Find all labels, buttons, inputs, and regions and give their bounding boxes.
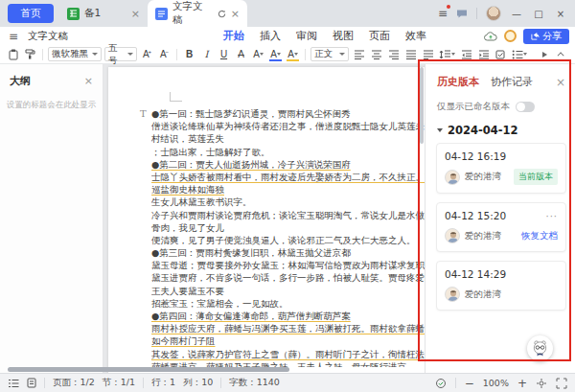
document-line[interactable]: 士隐丫头娇杏被雨村看中，雨村发迹后先娶娇杏为二房，不久扶正。雨村因贪酷被革职， <box>151 171 425 183</box>
sync-refresh-icon[interactable] <box>218 10 226 18</box>
status-column[interactable]: 列：10 <box>183 377 213 389</box>
font-color-button[interactable]: A <box>268 47 283 61</box>
document-line[interactable]: 骨肉，我见了女儿 <box>151 221 425 234</box>
document-line[interactable]: 黛玉进贾府，不肯多说一句话，多行一步路，怕被人耻笑。贾母疼爱林黛玉；邢夫人、 <box>151 271 425 284</box>
italic-button[interactable]: I <box>199 47 214 61</box>
date-group-header[interactable]: 2024-04-12 <box>426 113 575 143</box>
menu-review[interactable]: 审阅 <box>295 27 318 45</box>
strikethrough-button[interactable]: A <box>234 47 248 61</box>
close-window-button[interactable]: × <box>554 9 567 19</box>
document-area[interactable]: T ●第一回：甄士隐梦幻识通灵，贾雨村风尘怀闺秀 僧道谈论绛珠仙草为神瑛侍者还泪… <box>104 64 425 373</box>
font-name-dropdown[interactable]: 微软雅黑 <box>48 47 102 61</box>
status-word-count[interactable]: 字数：1140 <box>229 377 280 389</box>
underline-button[interactable]: U <box>217 47 231 61</box>
line-spacing-button[interactable] <box>438 47 456 61</box>
minimize-button[interactable]: — <box>510 9 523 19</box>
eye-protection-icon[interactable] <box>435 378 447 389</box>
decrease-font-button[interactable]: A− <box>157 47 172 61</box>
close-icon[interactable]: × <box>556 76 565 89</box>
paragraph-style-dropdown[interactable]: 正文 <box>310 47 349 61</box>
more-menu-icon[interactable]: ··· <box>545 211 558 221</box>
main-menu-icon[interactable]: ≡ <box>9 30 18 43</box>
text-effects-button[interactable]: A <box>251 47 265 61</box>
document-line[interactable]: 生女儿林黛玉教书识字。 <box>151 196 425 208</box>
bold-button[interactable]: B <box>182 47 196 61</box>
menu-home[interactable]: 开始 <box>222 27 245 45</box>
vertical-scrollbar[interactable] <box>420 67 424 144</box>
zoom-level[interactable]: 100% <box>483 378 509 388</box>
menu-efficiency[interactable]: 效率 <box>404 27 427 45</box>
user-avatar[interactable] <box>486 6 501 21</box>
version-card[interactable]: 04-12 15:20 ··· 爱的港湾 恢复文档 <box>436 202 566 252</box>
document-line[interactable]: 王夫人要黛玉不要 <box>151 285 425 297</box>
document-line[interactable]: 招惹宝玉；宝黛相会，一见如故。 <box>151 297 425 310</box>
indent-increase-button[interactable] <box>476 47 491 61</box>
paste-button[interactable] <box>6 47 20 61</box>
checklist-button[interactable] <box>494 47 508 61</box>
fit-page-icon[interactable] <box>536 378 547 389</box>
distribute-button[interactable] <box>421 47 435 61</box>
bullet-list-button[interactable] <box>511 47 528 61</box>
justify-button[interactable] <box>403 47 418 61</box>
document-line[interactable]: 冷子兴和贾雨村谈论贾府危机；谈论宝玉聪明淘气，常说女儿是水做的骨肉，男人是泥做的 <box>151 209 425 221</box>
version-card[interactable]: 04-12 16:19 爱的港湾 当前版本 <box>436 143 566 194</box>
version-card[interactable]: 04-12 14:29 爱的港湾 <box>436 261 566 311</box>
status-page[interactable]: 页面：1/2 <box>53 377 95 389</box>
font-size-value: 五号 <box>108 42 125 67</box>
restore-document-link[interactable]: 恢复文档 <box>521 230 558 242</box>
chat-bubble-icon[interactable] <box>456 9 468 19</box>
document-line[interactable]: 村结识，英莲丢失 <box>151 132 425 145</box>
align-right-button[interactable] <box>386 47 401 61</box>
document-line[interactable]: 如今雨村门子阻 <box>151 334 425 347</box>
document-page[interactable]: T ●第一回：甄士隐梦幻识通灵，贾雨村风尘怀闺秀 僧道谈论绛珠仙草为神瑛侍者还泪… <box>108 67 425 373</box>
document-line[interactable]: ●第三回：贾雨村夤缘复旧职，林黛玉抛父进京都 <box>151 246 425 259</box>
document-line[interactable]: ；士隐出家，士隐解好了歌。 <box>151 146 425 158</box>
tab-collaboration-log[interactable]: 协作记录 <box>491 75 533 89</box>
menu-insert[interactable]: 插入 <box>259 27 282 45</box>
increase-font-button[interactable]: A+ <box>140 47 154 61</box>
document-line[interactable]: ●第四回：薄命女偏逢薄命郎，葫芦僧判断葫芦案 <box>151 310 425 322</box>
membership-medal-icon[interactable] <box>504 30 517 42</box>
maximize-button[interactable]: □ <box>532 9 545 19</box>
status-section[interactable]: 节：1/1 <box>103 377 135 389</box>
zoom-out-button[interactable]: − <box>465 377 474 390</box>
indent-decrease-button[interactable] <box>459 47 473 61</box>
document-line[interactable]: 雨村补授应天府，薛蟠与冯渊争买玉莲，冯渊被打死。雨村欲拿薛蟠，当日葫芦庙小沙弥 <box>151 322 425 334</box>
sidebar-expand-button[interactable] <box>538 47 552 61</box>
named-versions-toggle[interactable] <box>516 102 535 112</box>
status-line[interactable]: 行：1 <box>151 377 175 389</box>
page-setup-icon[interactable] <box>27 378 36 388</box>
close-icon[interactable]: × <box>84 75 93 87</box>
close-icon[interactable]: × <box>131 9 140 19</box>
menu-view[interactable]: 视图 <box>332 27 355 45</box>
font-size-dropdown[interactable]: 五号 <box>104 47 137 61</box>
menu-page[interactable]: 页面 <box>368 27 391 45</box>
document-line[interactable]: ●第一回：甄士隐梦幻识通灵，贾雨村风尘怀闺秀 <box>151 107 425 120</box>
zoom-in-button[interactable]: + <box>518 377 527 390</box>
document-text[interactable]: ●第一回：甄士隐梦幻识通灵，贾雨村风尘怀闺秀 僧道谈论绛珠仙草为神瑛侍者还泪之事… <box>151 107 425 367</box>
fullscreen-icon[interactable] <box>556 378 567 389</box>
document-line[interactable]: ●第二回：贾夫人仙逝扬州城，冷子兴演说荣国府 <box>151 158 425 171</box>
tab-history-versions[interactable]: 历史版本 <box>437 75 479 89</box>
document-line[interactable]: 其发签，说薛家乃护官符上之雪（薛）。雨村听门子之计，徇情枉法。 <box>151 348 425 360</box>
collapse-ribbon-button[interactable] <box>555 47 569 61</box>
share-button[interactable]: 分享 <box>523 29 569 44</box>
align-center-button[interactable] <box>369 47 383 61</box>
notification-menu-icon[interactable]: ≡ <box>438 7 448 20</box>
document-line[interactable]: 薛蟠要进京，薛姨妈乃王子腾之妹、王夫人之妹，母女随行进京。 <box>151 360 425 367</box>
align-left-button[interactable] <box>352 47 366 61</box>
assistant-mascot-button[interactable] <box>527 335 553 361</box>
home-tab-button[interactable]: 首页 <box>8 4 54 23</box>
tab-sheet-doc[interactable]: 备1 × <box>59 0 148 27</box>
cloud-sync-icon[interactable] <box>484 32 497 41</box>
document-line[interactable]: 便清爽，见了男子便觉浊臭逼人，谈论邪正二气及大仁大恶之人。 <box>151 234 425 246</box>
document-line[interactable]: 僧道谈论绛珠仙草为神瑛侍者还泪之事，僧道度脱甄士隐女儿英莲未能如愿。甄士隐与雨 <box>151 120 425 132</box>
status-menu-icon[interactable] <box>8 379 19 388</box>
highlight-color-button[interactable]: A <box>286 47 300 61</box>
close-icon[interactable]: × <box>231 9 240 19</box>
horizontal-scrollbar[interactable] <box>8 367 289 372</box>
document-line[interactable]: 黛玉母逝；贾母要接外孙女黛玉；林如海写信给贾政为雨村谋求复职。 <box>151 259 425 271</box>
tab-text-doc[interactable]: 文字文稿 × <box>148 0 247 27</box>
document-line[interactable]: 巡盐御史林如海独 <box>151 183 425 196</box>
format-painter-button[interactable] <box>23 47 37 61</box>
